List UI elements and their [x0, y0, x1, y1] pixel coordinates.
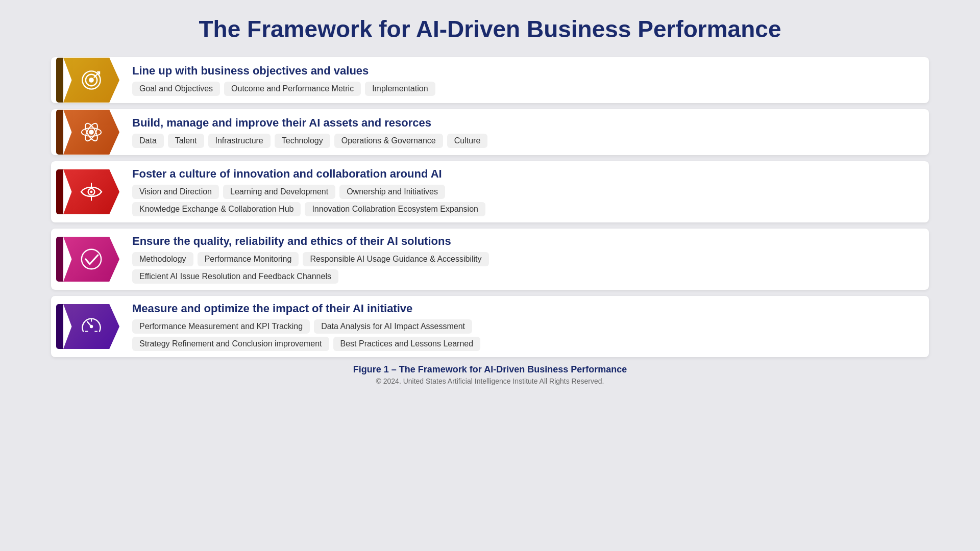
- footer-caption: Figure 1 – The Framework for AI-Driven B…: [353, 364, 627, 385]
- tag: Learning and Development: [223, 185, 335, 199]
- row-title-1: Line up with business objectives and val…: [132, 64, 914, 78]
- tag: Performance Monitoring: [198, 252, 299, 266]
- row-icon-2: [56, 110, 119, 155]
- tags-line-row-1: Goal and ObjectivesOutcome and Performan…: [132, 82, 914, 96]
- tags-line-1-row-4: MethodologyPerformance MonitoringRespons…: [132, 252, 914, 266]
- framework-row-3: Foster a culture of innovation and colla…: [51, 161, 929, 222]
- tag: Infrastructure: [208, 134, 271, 148]
- svg-point-12: [82, 249, 101, 269]
- icon-arrow-2: [63, 110, 119, 155]
- tag: Methodology: [132, 252, 193, 266]
- page-title: The Framework for AI-Driven Business Per…: [199, 15, 781, 43]
- svg-point-9: [90, 191, 93, 193]
- framework-row-1: Line up with business objectives and val…: [51, 57, 929, 103]
- framework-row-5: Measure and optimize the impact of their…: [51, 296, 929, 357]
- row-title-5: Measure and optimize the impact of their…: [132, 302, 914, 315]
- tags-line-2-row-4: Efficient AI Issue Resolution and Feedba…: [132, 269, 914, 284]
- icon-tab-4: [56, 237, 63, 282]
- tag: Data Analysis for AI Impact Assessment: [314, 319, 472, 334]
- row-title-2: Build, manage and improve their AI asset…: [132, 116, 914, 130]
- row-title-3: Foster a culture of innovation and colla…: [132, 167, 914, 181]
- tag: Culture: [447, 134, 488, 148]
- tag: Goal and Objectives: [132, 82, 220, 96]
- row-content-1: Line up with business objectives and val…: [132, 58, 914, 102]
- row-content-3: Foster a culture of innovation and colla…: [132, 161, 914, 222]
- tag: Innovation Collabration Ecosystem Expans…: [305, 202, 485, 216]
- framework-rows: Line up with business objectives and val…: [51, 57, 929, 357]
- caption-title: Figure 1 – The Framework for AI-Driven B…: [353, 364, 627, 375]
- svg-point-2: [89, 78, 94, 83]
- tag: Ownership and Initiatives: [339, 185, 445, 199]
- tag: Efficient AI Issue Resolution and Feedba…: [132, 269, 338, 284]
- tag: Knowledge Exchange & Collaboration Hub: [132, 202, 301, 216]
- row-icon-4: [56, 237, 119, 282]
- icon-tab-3: [56, 169, 63, 214]
- icon-arrow-5: [63, 304, 119, 349]
- svg-point-7: [89, 130, 94, 135]
- tag: Outcome and Performance Metric: [224, 82, 361, 96]
- tag: Responsible AI Usage Guidance & Accessib…: [303, 252, 488, 266]
- tags-line-2-row-3: Knowledge Exchange & Collaboration HubIn…: [132, 202, 914, 216]
- tags-line-2-row-5: Strategy Refinement and Conclusion impro…: [132, 337, 914, 351]
- row-content-4: Ensure the quality, reliability and ethi…: [132, 229, 914, 290]
- icon-arrow-1: [63, 58, 119, 103]
- tag: Strategy Refinement and Conclusion impro…: [132, 337, 329, 351]
- tag: Talent: [168, 134, 204, 148]
- tags-line-1-row-3: Vision and DirectionLearning and Develop…: [132, 185, 914, 199]
- row-title-4: Ensure the quality, reliability and ethi…: [132, 235, 914, 248]
- icon-tab-5: [56, 304, 63, 349]
- copyright-text: © 2024. United States Artificial Intelli…: [353, 377, 627, 385]
- tag: Operations & Governance: [334, 134, 443, 148]
- icon-tab-2: [56, 110, 63, 155]
- icon-arrow-4: [63, 237, 119, 282]
- svg-point-14: [90, 325, 93, 328]
- tag: Vision and Direction: [132, 185, 219, 199]
- row-icon-1: [56, 58, 119, 103]
- tag: Implementation: [365, 82, 435, 96]
- icon-tab-1: [56, 58, 63, 103]
- tag: Technology: [275, 134, 330, 148]
- tags-line-row-2: DataTalentInfrastructureTechnologyOperat…: [132, 134, 914, 148]
- icon-arrow-3: [63, 169, 119, 214]
- tag: Data: [132, 134, 164, 148]
- row-content-2: Build, manage and improve their AI asset…: [132, 110, 914, 154]
- tag: Best Practices and Lessons Learned: [333, 337, 481, 351]
- framework-row-2: Build, manage and improve their AI asset…: [51, 109, 929, 155]
- framework-row-4: Ensure the quality, reliability and ethi…: [51, 229, 929, 290]
- row-content-5: Measure and optimize the impact of their…: [132, 296, 914, 357]
- row-icon-3: [56, 169, 119, 214]
- row-icon-5: [56, 304, 119, 349]
- tag: Performance Measurement and KPI Tracking: [132, 319, 310, 334]
- tags-line-1-row-5: Performance Measurement and KPI Tracking…: [132, 319, 914, 334]
